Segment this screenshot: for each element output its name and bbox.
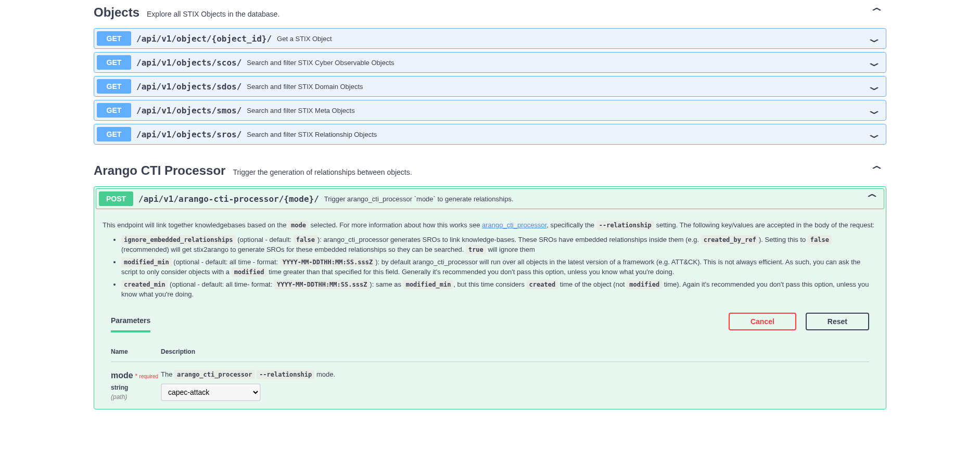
endpoint-path: /api/v1/objects/smos/ (136, 106, 241, 115)
param-required: required (137, 374, 158, 379)
endpoint-desc: Get a STIX Object (277, 35, 332, 43)
chevron-down-icon[interactable] (869, 80, 879, 93)
endpoint-desc: Search and filter STIX Meta Objects (247, 107, 354, 114)
chevron-down-icon[interactable] (869, 32, 879, 45)
endpoint-summary[interactable]: POST /api/v1/arango-cti-processor/{mode}… (96, 188, 884, 209)
method-badge: GET (97, 55, 131, 70)
tab-parameters[interactable]: Parameters (111, 311, 150, 332)
body-item-modified-min: modified_min (optional - default: all ti… (121, 257, 877, 277)
param-type: string (111, 383, 161, 392)
section-title: Objects (94, 5, 139, 20)
section-desc: Trigger the generation of relationships … (233, 168, 412, 176)
endpoint-path: /api/v1/objects/sros/ (136, 130, 241, 139)
method-badge: GET (97, 79, 131, 94)
chevron-down-icon[interactable] (869, 56, 879, 69)
endpoint-get-object[interactable]: GET /api/v1/object/{object_id}/ Get a ST… (94, 28, 886, 49)
code-mode: mode (288, 221, 309, 230)
chevron-down-icon[interactable] (869, 104, 879, 117)
endpoint-path: /api/v1/objects/sdos/ (136, 82, 241, 92)
endpoint-get-smos[interactable]: GET /api/v1/objects/smos/ Search and fil… (94, 100, 886, 121)
param-in: (path) (111, 392, 161, 402)
cancel-button[interactable]: Cancel (729, 313, 796, 330)
column-header-description: Description (161, 347, 195, 356)
param-name: mode (111, 371, 133, 380)
section-desc: Explore all STIX Objects in the database… (147, 10, 279, 18)
body-item-created-min: created_min (optional - default: all tim… (121, 279, 877, 300)
endpoint-desc: Search and filter STIX Domain Objects (247, 83, 363, 91)
endpoint-desc: Search and filter STIX Cyber Observable … (247, 59, 394, 67)
endpoint-desc: Trigger arango_cti_processor `mode` to g… (324, 195, 514, 203)
endpoint-intro: This endpoint will link together knowled… (103, 220, 877, 230)
mode-select[interactable]: capec-attack (161, 383, 261, 401)
method-badge: GET (97, 103, 131, 118)
endpoint-path: /api/v1/arango-cti-processor/{mode}/ (138, 194, 319, 204)
section-title: Arango CTI Processor (94, 163, 225, 178)
link-arango-cti-processor[interactable]: arango_cti_processor (482, 221, 546, 229)
method-badge: POST (99, 191, 133, 206)
endpoint-path: /api/v1/objects/scos/ (136, 58, 241, 68)
reset-button[interactable]: Reset (806, 313, 869, 330)
code-relationship: --relationship (596, 221, 654, 230)
chevron-up-icon[interactable] (872, 6, 881, 19)
body-item-ignore-embedded: ignore_embedded_relationships (optional … (121, 235, 877, 255)
method-badge: GET (97, 31, 131, 46)
endpoint-post-acp: POST /api/v1/arango-cti-processor/{mode}… (94, 186, 886, 409)
endpoint-get-scos[interactable]: GET /api/v1/objects/scos/ Search and fil… (94, 52, 886, 73)
endpoint-desc: Search and filter STIX Relationship Obje… (247, 131, 377, 138)
section-header-acp[interactable]: Arango CTI Processor Trigger the generat… (94, 158, 886, 183)
endpoint-body: This endpoint will link together knowled… (94, 211, 886, 409)
chevron-up-icon[interactable] (867, 192, 876, 205)
endpoint-get-sdos[interactable]: GET /api/v1/objects/sdos/ Search and fil… (94, 76, 886, 97)
chevron-down-icon[interactable] (869, 127, 879, 141)
param-description: The arango_cti_processor --relationship … (161, 369, 869, 380)
section-header-objects[interactable]: Objects Explore all STIX Objects in the … (94, 0, 886, 25)
endpoint-get-sros[interactable]: GET /api/v1/objects/sros/ Search and fil… (94, 124, 886, 145)
endpoint-path: /api/v1/object/{object_id}/ (136, 34, 272, 44)
method-badge: GET (97, 127, 131, 142)
column-header-name: Name (111, 347, 161, 356)
param-row-mode: mode *required string (path) The arango_… (111, 362, 869, 409)
chevron-up-icon[interactable] (872, 164, 881, 177)
